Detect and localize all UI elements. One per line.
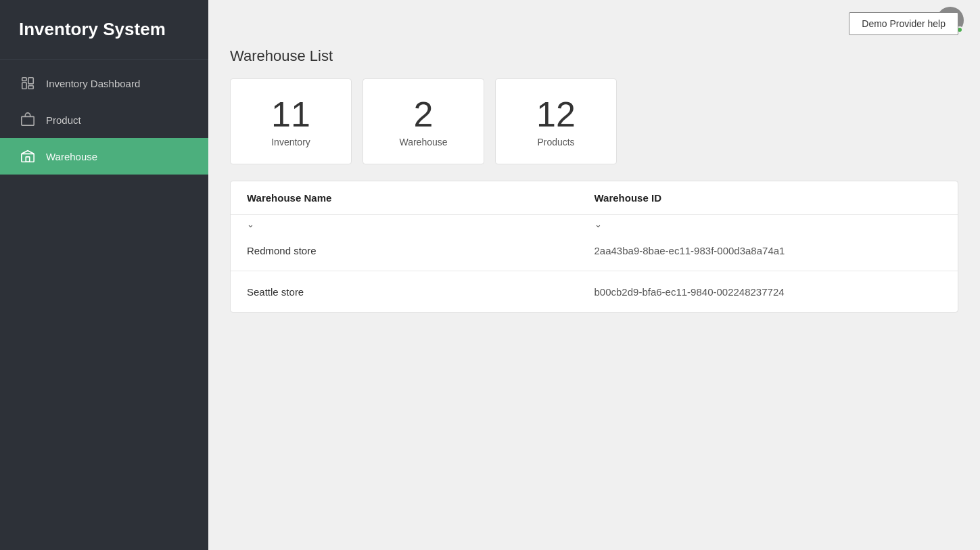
stat-number-inventory: 11: [271, 95, 310, 134]
stat-card-products: 12 Products: [495, 78, 617, 164]
svg-rect-2: [28, 78, 33, 84]
svg-rect-6: [26, 157, 30, 162]
table-row[interactable]: Redmond store 2aa43ba9-8bae-ec11-983f-00…: [231, 231, 958, 271]
sidebar: Inventory System Inventory Dashboard: [0, 0, 208, 550]
warehouse-icon: [19, 147, 37, 165]
row-warehouse-id-1: b00cb2d9-bfa6-ec11-9840-002248237724: [594, 286, 942, 298]
sidebar-item-warehouse[interactable]: Warehouse: [0, 138, 208, 175]
table-row[interactable]: Seattle store b00cb2d9-bfa6-ec11-9840-00…: [231, 271, 958, 312]
stat-label-warehouse: Warehouse: [399, 137, 447, 147]
stat-card-warehouse: 2 Warehouse: [363, 78, 484, 164]
stat-number-products: 12: [536, 95, 576, 134]
app-title: Inventory System: [0, 0, 208, 60]
sidebar-item-product[interactable]: Product: [0, 101, 208, 138]
stats-row: 11 Inventory 2 Warehouse 12 Products: [230, 78, 958, 164]
demo-provider-button[interactable]: Demo Provider help: [849, 12, 958, 35]
stat-label-inventory: Inventory: [271, 137, 310, 147]
sidebar-item-label-dashboard: Inventory Dashboard: [46, 78, 140, 89]
warehouse-table: Warehouse Name Warehouse ID ⌄ ⌄ Redmond …: [230, 181, 958, 313]
page-title: Warehouse List: [230, 47, 958, 65]
svg-rect-0: [22, 78, 26, 81]
sort-chevron-id[interactable]: ⌄: [594, 219, 602, 229]
sidebar-nav: Inventory Dashboard Product Warehouse: [0, 65, 208, 175]
stat-label-products: Products: [537, 137, 574, 147]
sort-col-id: ⌄: [594, 219, 942, 229]
stat-number-warehouse: 2: [414, 95, 434, 134]
row-warehouse-name-0: Redmond store: [247, 245, 594, 256]
row-warehouse-name-1: Seattle store: [247, 286, 594, 298]
sort-col-name: ⌄: [247, 219, 594, 229]
sidebar-item-label-warehouse: Warehouse: [46, 151, 97, 162]
table-header: Warehouse Name Warehouse ID: [231, 181, 958, 215]
page-content: Demo Provider help Warehouse List 11 Inv…: [208, 41, 980, 550]
product-icon: [19, 111, 37, 129]
sidebar-item-inventory-dashboard[interactable]: Inventory Dashboard: [0, 65, 208, 101]
svg-rect-5: [22, 154, 34, 162]
main-content: Demo Provider help Warehouse List 11 Inv…: [208, 0, 980, 550]
column-header-name: Warehouse Name: [247, 192, 594, 204]
stat-card-inventory: 11 Inventory: [230, 78, 352, 164]
svg-rect-1: [22, 83, 26, 89]
sort-row: ⌄ ⌄: [231, 215, 958, 231]
row-warehouse-id-0: 2aa43ba9-8bae-ec11-983f-000d3a8a74a1: [594, 245, 942, 256]
svg-rect-3: [28, 86, 33, 89]
column-header-id: Warehouse ID: [594, 192, 942, 204]
svg-rect-4: [22, 117, 34, 126]
sidebar-item-label-product: Product: [46, 114, 81, 126]
sort-chevron-name[interactable]: ⌄: [247, 219, 254, 229]
dashboard-icon: [19, 74, 37, 92]
